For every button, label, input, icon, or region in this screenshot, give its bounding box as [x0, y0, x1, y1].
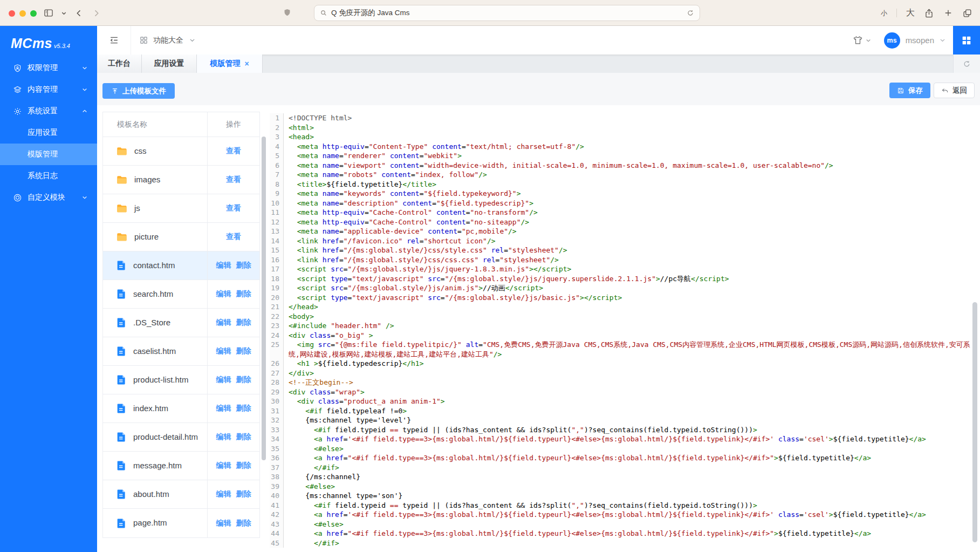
sidebar-item-app-settings[interactable]: 应用设置 — [0, 122, 97, 144]
line-number: 20 — [270, 293, 284, 303]
table-row[interactable]: images查看 — [103, 166, 259, 194]
edit-link[interactable]: 编辑 — [216, 261, 231, 270]
sidebar-item-content[interactable]: 内容管理 — [0, 79, 97, 100]
edit-link[interactable]: 编辑 — [216, 346, 231, 356]
window-minimize-button[interactable] — [19, 10, 26, 17]
table-row[interactable]: js查看 — [103, 194, 259, 223]
new-tab-icon[interactable] — [943, 8, 953, 18]
delete-link[interactable]: 删除 — [236, 289, 251, 299]
table-row[interactable]: product-list.htm编辑删除 — [103, 366, 259, 394]
edit-link[interactable]: 编辑 — [216, 404, 231, 413]
privacy-shield-icon[interactable] — [283, 7, 292, 18]
edit-link[interactable]: 编辑 — [216, 461, 231, 471]
code-editor[interactable]: 1<!DOCTYPE html>2<html>3<head>4 <meta ht… — [270, 112, 980, 548]
back-button[interactable] — [74, 8, 84, 18]
sidebar-item-template-management[interactable]: 模版管理 — [0, 144, 97, 165]
delete-link[interactable]: 删除 — [236, 519, 251, 528]
table-row[interactable]: page.htm编辑删除 — [103, 509, 259, 537]
theme-dropdown[interactable] — [853, 35, 871, 45]
table-row[interactable]: message.htm编辑删除 — [103, 452, 259, 480]
code-line: 10 <meta name="description" content="${f… — [270, 199, 980, 208]
edit-link[interactable]: 编辑 — [216, 289, 231, 299]
table-row[interactable]: index.htm编辑删除 — [103, 394, 259, 423]
view-link[interactable]: 查看 — [226, 232, 241, 242]
back-button-toolbar[interactable]: 返回 — [934, 83, 975, 98]
delete-link[interactable]: 删除 — [236, 432, 251, 442]
line-number: 45 — [270, 539, 284, 548]
save-button[interactable]: 保存 — [889, 83, 930, 98]
delete-link[interactable]: 删除 — [236, 375, 251, 385]
code-line-text: <a href='<#if field.type==3>{ms:global.h… — [284, 510, 980, 520]
delete-link[interactable]: 删除 — [236, 346, 251, 356]
refresh-tab-button[interactable] — [953, 54, 980, 73]
tab-template-management[interactable]: 模版管理 × — [197, 54, 263, 73]
tab-overview-icon[interactable] — [962, 8, 972, 18]
topbar: 功能大全 ms msopen — [97, 26, 980, 54]
code-area[interactable]: 1<!DOCTYPE html>2<html>3<head>4 <meta ht… — [270, 112, 980, 548]
sidebar-item-system-log[interactable]: 系统日志 — [0, 165, 97, 187]
tab-workbench[interactable]: 工作台 — [97, 54, 142, 73]
edit-link[interactable]: 编辑 — [216, 375, 231, 385]
line-number: 12 — [270, 217, 284, 227]
view-link[interactable]: 查看 — [226, 203, 241, 213]
delete-link[interactable]: 删除 — [236, 261, 251, 270]
view-link[interactable]: 查看 — [226, 175, 241, 185]
close-icon[interactable]: × — [244, 60, 249, 67]
sidebar-item-permissions[interactable]: 权限管理 — [0, 57, 97, 79]
scrollbar[interactable] — [262, 137, 266, 460]
view-link[interactable]: 查看 — [226, 146, 241, 156]
avatar[interactable]: ms — [884, 32, 900, 49]
main-column: 功能大全 ms msopen — [97, 26, 980, 552]
code-line: 29<div class="wrap"> — [270, 387, 980, 397]
tab-app-settings[interactable]: 应用设置 — [142, 54, 197, 73]
file-icon — [116, 432, 127, 442]
scrollbar[interactable] — [972, 302, 977, 542]
address-bar[interactable]: Q 免疫开源的 Java Cms — [314, 5, 700, 21]
chevron-down-icon[interactable] — [940, 37, 945, 43]
forward-button[interactable] — [91, 8, 101, 18]
sidebar-item-custom-modules[interactable]: 自定义模块 — [0, 187, 97, 208]
menu-fold-icon[interactable] — [109, 35, 119, 45]
apps-grid-button[interactable] — [953, 26, 980, 54]
font-larger-button[interactable]: 大 — [906, 8, 915, 19]
code-line-text: <div class="product_a anim anim-1"> — [284, 397, 980, 406]
table-row[interactable]: css查看 — [103, 137, 259, 166]
code-line-text: <html> — [284, 123, 980, 133]
table-row[interactable]: contact.htm编辑删除 — [103, 251, 259, 280]
window-zoom-button[interactable] — [30, 10, 37, 17]
delete-link[interactable]: 删除 — [236, 318, 251, 328]
edit-link[interactable]: 编辑 — [216, 519, 231, 528]
table-row[interactable]: search.htm编辑删除 — [103, 280, 259, 309]
sidebar-toggle-icon[interactable] — [43, 8, 54, 18]
edit-link[interactable]: 编辑 — [216, 318, 231, 328]
actions-cell: 编辑删除 — [207, 452, 259, 480]
code-line: 37 </#if> — [270, 463, 980, 473]
upload-template-button[interactable]: 上传模板文件 — [102, 83, 175, 99]
edit-link[interactable]: 编辑 — [216, 432, 231, 442]
table-row[interactable]: product-detail.htm编辑删除 — [103, 423, 259, 452]
line-number: 22 — [270, 312, 284, 322]
table-row[interactable]: picture查看 — [103, 223, 259, 251]
table-row[interactable]: caselist.htm编辑删除 — [103, 337, 259, 366]
sidebar-chevron-icon[interactable] — [61, 10, 67, 16]
table-row[interactable]: about.htm编辑删除 — [103, 480, 259, 509]
delete-link[interactable]: 删除 — [236, 489, 251, 499]
upload-icon — [111, 87, 119, 95]
reload-icon[interactable] — [687, 9, 694, 17]
username[interactable]: msopen — [906, 36, 934, 45]
file-name-cell: about.htm — [103, 480, 207, 508]
code-line: 27</div> — [270, 369, 980, 378]
delete-link[interactable]: 删除 — [236, 404, 251, 413]
sidebar-item-system-settings[interactable]: 系统设置 — [0, 100, 97, 122]
delete-link[interactable]: 删除 — [236, 461, 251, 471]
code-line: 44 <a href="<#if field.type==3>{ms:globa… — [270, 529, 980, 539]
font-smaller-button[interactable]: 小 — [881, 9, 887, 18]
table-row[interactable]: .DS_Store编辑删除 — [103, 309, 259, 337]
edit-link[interactable]: 编辑 — [216, 489, 231, 499]
window-close-button[interactable] — [9, 10, 15, 17]
actions-cell: 编辑删除 — [207, 423, 259, 451]
share-icon[interactable] — [924, 8, 934, 18]
app-menu-dropdown[interactable]: 功能大全 — [139, 26, 195, 54]
file-icon — [116, 346, 127, 357]
code-line-text: <meta http-equiv="Cache-Control" content… — [284, 208, 980, 217]
